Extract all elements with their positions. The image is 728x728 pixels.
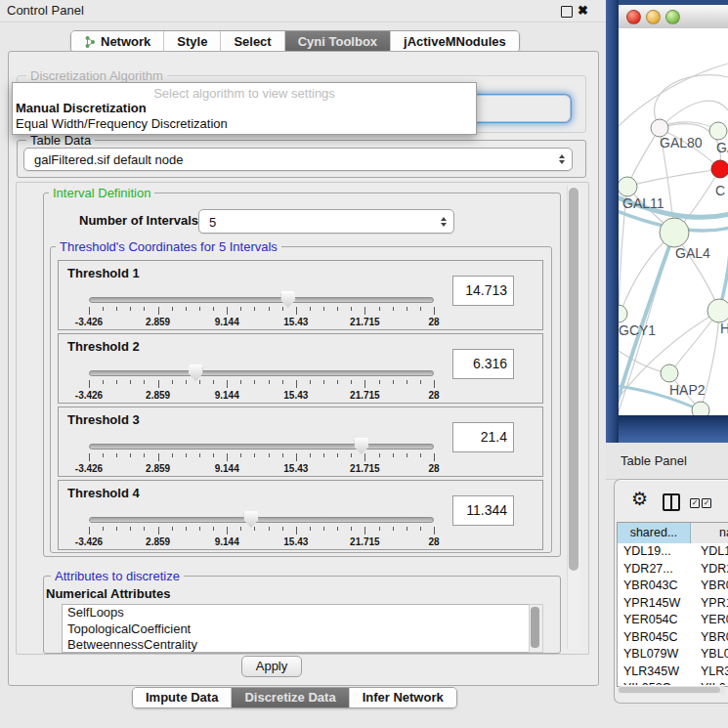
slider-tick (130, 527, 131, 531)
slider-tick (186, 527, 187, 531)
slider-track[interactable] (89, 297, 434, 303)
tab-select[interactable]: Select (221, 31, 284, 52)
threshold-slider[interactable]: -3.4262.8599.14415.4321.71528 (89, 441, 434, 474)
group-title: Interval Definition (49, 186, 154, 200)
table-row[interactable]: YIL052CYIL0 (618, 680, 728, 685)
table-row[interactable]: YPR145WYPR1 (618, 595, 728, 613)
slider-tick (89, 453, 90, 461)
table-row[interactable]: YBR045CYBR0 (618, 629, 728, 647)
column-header-shared-name[interactable]: shared... (618, 523, 691, 543)
slider-tick (116, 307, 117, 311)
threshold-slider[interactable]: -3.4262.8599.14415.4321.71528 (89, 367, 434, 401)
threshold-value-field[interactable]: 21.4 (452, 422, 514, 452)
network-window-titlebar[interactable] (619, 5, 728, 29)
table-cell-name: YDR2 (690, 561, 728, 578)
network-view-canvas[interactable]: GAL80GACGAL11GAL4GCY1HHAP2 (619, 28, 728, 415)
slider-track[interactable] (89, 444, 434, 450)
network-node[interactable] (692, 402, 709, 415)
slider-tick (199, 453, 200, 457)
slider-tick (158, 527, 159, 535)
tab-jactivemnodules[interactable]: jActiveMNodules (391, 31, 519, 52)
table-horizontal-scrollbar[interactable] (618, 686, 726, 694)
zoom-traffic-light-icon[interactable] (665, 10, 680, 24)
attribute-list-item[interactable]: BetweennessCentrality (63, 637, 529, 653)
slider-tick (103, 527, 104, 531)
threshold-value-field[interactable]: 6.316 (452, 349, 514, 379)
scrollbar-thumb[interactable] (531, 607, 539, 648)
network-edge[interactable] (619, 233, 674, 318)
checkbox-icon[interactable]: ✓ (690, 498, 700, 508)
network-node-gal11[interactable] (619, 177, 637, 196)
numerical-attributes-label: Numerical Attributes (46, 586, 170, 601)
network-node-ga[interactable] (709, 122, 727, 140)
column-header-name[interactable]: na (691, 523, 728, 543)
table-row[interactable]: YBL079WYBL0 (618, 646, 728, 664)
slider-tick (393, 527, 394, 531)
node-attribute-table: shared... na YDL19...YDL1YDR27...YDR2YBR… (617, 522, 728, 687)
network-edge[interactable] (627, 169, 720, 187)
list-scrollbar[interactable] (529, 604, 543, 653)
tab-discretize-data[interactable]: Discretize Data (232, 688, 349, 707)
network-node-h[interactable] (707, 299, 728, 322)
application-window: Control Panel ✖ NetworkStyleSelectCyni T… (0, 0, 728, 728)
slider-tick (351, 307, 352, 311)
slider-thumb[interactable] (189, 364, 203, 381)
scrollbar-thumb[interactable] (569, 188, 578, 571)
table-row[interactable]: YDL19...YDL1 (618, 543, 728, 561)
tab-impute-data[interactable]: Impute Data (133, 688, 232, 707)
close-traffic-light-icon[interactable] (626, 10, 641, 24)
dropdown-item-equal-width-frequency[interactable]: Equal Width/Frequency Discretization (16, 116, 228, 131)
slider-track[interactable] (89, 370, 434, 376)
table-row[interactable]: YER054CYER0 (618, 612, 728, 629)
gear-icon[interactable]: ⚙ (631, 490, 648, 508)
network-node-gcy1[interactable] (619, 305, 627, 322)
slider-tick (364, 527, 365, 535)
table-row[interactable]: YDR27...YDR2 (618, 561, 728, 578)
threshold-slider[interactable]: -3.4262.8599.14415.4321.71528 (89, 514, 434, 547)
checkbox-icon[interactable]: ✓ (702, 498, 711, 508)
group-title: Discretization Algorithm (26, 68, 167, 83)
panel-scrollbar[interactable] (567, 186, 580, 649)
column-layout-icon[interactable] (663, 493, 680, 511)
attribute-list-item[interactable]: TopologicalCoefficient (63, 621, 529, 638)
network-node-gal4[interactable] (660, 218, 689, 247)
slider-tick (199, 527, 200, 531)
slider-track[interactable] (89, 517, 434, 523)
tab-network[interactable]: Network (71, 31, 164, 52)
network-node-c[interactable] (711, 160, 728, 178)
slider-tick (116, 453, 117, 457)
network-node-label: GCY1 (619, 322, 656, 338)
slider-tick (434, 527, 435, 535)
tab-infer-network[interactable]: Infer Network (350, 688, 456, 707)
tab-cyni-toolbox[interactable]: Cyni Toolbox (285, 31, 391, 52)
slider-tick (282, 380, 283, 384)
slider-tick (296, 527, 297, 535)
slider-tick (116, 380, 117, 384)
dropdown-item-manual-discretization[interactable]: Manual Discretization (16, 101, 147, 115)
slider-thumb[interactable] (280, 291, 295, 308)
apply-button[interactable]: Apply (241, 656, 302, 677)
slider-thumb[interactable] (243, 511, 258, 528)
number-of-intervals-combobox[interactable]: 5 (198, 209, 454, 234)
table-row[interactable]: YLR345WYLR3 (618, 664, 728, 681)
numerical-attributes-list[interactable]: SelfLoopsTopologicalCoefficientBetweenne… (62, 604, 530, 653)
table-cell-shared-name: YBR043C (618, 578, 690, 595)
scrollbar-thumb[interactable] (619, 687, 720, 693)
threshold-value-field[interactable]: 14.713 (452, 276, 514, 306)
slider-tick (282, 527, 283, 531)
threshold-value-field[interactable]: 11.344 (452, 495, 514, 526)
float-window-icon[interactable] (561, 6, 573, 18)
dropdown-hint: Select algorithm to view settings (13, 86, 476, 101)
slider-tick (282, 453, 283, 457)
table-row[interactable]: YBR043CYBR0 (618, 578, 728, 595)
slider-thumb[interactable] (354, 438, 368, 454)
slider-tick (351, 380, 352, 384)
threshold-slider[interactable]: -3.4262.8599.14415.4321.71528 (89, 294, 434, 327)
close-icon[interactable]: ✖ (578, 3, 588, 18)
network-node-hap2[interactable] (661, 364, 678, 382)
attribute-list-item[interactable]: SelfLoops (63, 605, 529, 621)
tab-style[interactable]: Style (164, 31, 221, 52)
table-data-combobox[interactable]: galFiltered.sif default node (23, 148, 573, 171)
minimize-traffic-light-icon[interactable] (646, 10, 661, 24)
slider-tick (172, 527, 173, 531)
